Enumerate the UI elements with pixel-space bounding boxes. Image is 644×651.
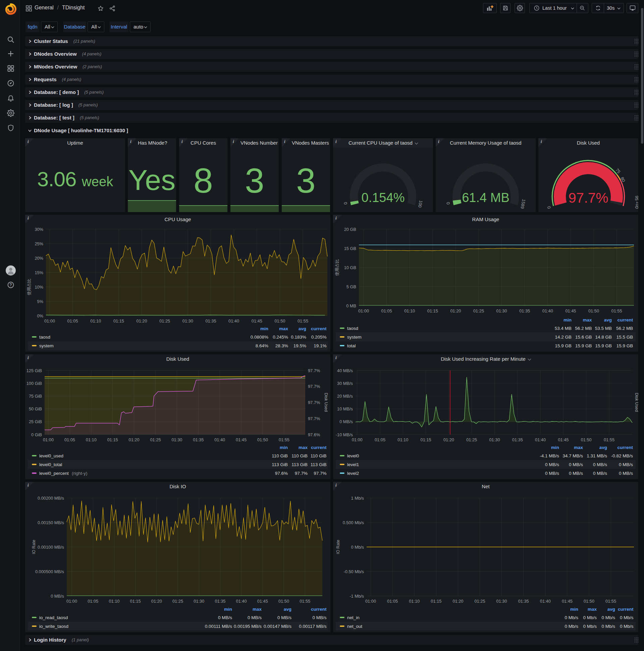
svg-text:20 MB/s: 20 MB/s bbox=[337, 394, 353, 399]
svg-text:01:55: 01:55 bbox=[279, 437, 289, 442]
svg-text:01:55: 01:55 bbox=[297, 318, 308, 323]
svg-text:113 GiB: 113 GiB bbox=[291, 462, 308, 467]
svg-text:0 MB/s: 0 MB/s bbox=[340, 419, 353, 424]
svg-text:1589: 1589 bbox=[520, 199, 526, 209]
svg-text:1.31 MB/s: 1.31 MB/s bbox=[587, 453, 607, 458]
svg-text:01:05: 01:05 bbox=[381, 308, 392, 313]
svg-text:0.00117 MB/s: 0.00117 MB/s bbox=[299, 624, 327, 629]
svg-text:01:50: 01:50 bbox=[257, 437, 268, 442]
svg-text:01:05: 01:05 bbox=[88, 599, 98, 604]
svg-text:01:35: 01:35 bbox=[193, 437, 203, 442]
svg-text:avg: avg bbox=[607, 607, 615, 612]
svg-text:current: current bbox=[311, 607, 327, 612]
svg-text:IO Rate: IO Rate bbox=[32, 539, 36, 554]
svg-text:avg: avg bbox=[284, 607, 291, 612]
svg-text:01:55: 01:55 bbox=[611, 308, 622, 313]
svg-text:level1: level1 bbox=[347, 462, 359, 467]
svg-text:net_in: net_in bbox=[347, 615, 360, 620]
svg-text:01:50: 01:50 bbox=[279, 599, 289, 604]
svg-text:0.00195 MB/s: 0.00195 MB/s bbox=[234, 624, 262, 629]
svg-text:0.0808%: 0.0808% bbox=[251, 335, 268, 340]
svg-text:01:00: 01:00 bbox=[358, 308, 369, 313]
svg-text:25 GiB: 25 GiB bbox=[29, 419, 42, 424]
svg-text:01:35: 01:35 bbox=[512, 437, 523, 442]
svg-text:0 MB/s: 0 MB/s bbox=[569, 471, 583, 476]
svg-text:15%: 15% bbox=[35, 270, 43, 275]
svg-text:0 MB/s: 0 MB/s bbox=[545, 462, 559, 467]
svg-text:-0.82 MB/s: -0.82 MB/s bbox=[611, 453, 633, 458]
svg-text:0 Mb/s: 0 Mb/s bbox=[583, 615, 597, 620]
svg-text:56.2 MB: 56.2 MB bbox=[616, 326, 633, 331]
svg-text:avg: avg bbox=[298, 326, 306, 331]
svg-text:01:30: 01:30 bbox=[194, 599, 204, 604]
svg-text:-0.50 Mb/s: -0.50 Mb/s bbox=[344, 569, 364, 574]
svg-text:01:00: 01:00 bbox=[352, 437, 362, 442]
svg-text:01:00: 01:00 bbox=[365, 599, 376, 604]
svg-text:15.9 GB: 15.9 GB bbox=[575, 343, 592, 348]
svg-text:-4.1 MB/s: -4.1 MB/s bbox=[540, 453, 559, 458]
svg-text:0 Mb/s: 0 Mb/s bbox=[620, 624, 634, 629]
svg-text:97.7%: 97.7% bbox=[314, 471, 326, 476]
svg-text:97.6%: 97.6% bbox=[308, 432, 320, 437]
svg-text:15.9 GB: 15.9 GB bbox=[616, 343, 633, 348]
svg-text:taosd: taosd bbox=[39, 335, 50, 340]
svg-text:97.7%: 97.7% bbox=[568, 190, 608, 206]
svg-text:5 GB: 5 GB bbox=[347, 284, 356, 289]
svg-text:0.245%: 0.245% bbox=[273, 335, 288, 340]
svg-text:0 MB/s: 0 MB/s bbox=[593, 462, 607, 467]
svg-text:01:10: 01:10 bbox=[86, 437, 97, 442]
svg-text:15.9 GB: 15.9 GB bbox=[555, 343, 572, 348]
svg-text:01:35: 01:35 bbox=[518, 599, 529, 604]
svg-text:使用占比: 使用占比 bbox=[27, 279, 32, 295]
svg-text:0 Mb/s: 0 Mb/s bbox=[620, 615, 634, 620]
svg-text:min: min bbox=[551, 445, 559, 450]
svg-text:01:35: 01:35 bbox=[215, 599, 225, 604]
svg-text:0.183%: 0.183% bbox=[291, 335, 306, 340]
svg-text:0: 0 bbox=[343, 202, 348, 205]
svg-text:0 MB/s: 0 MB/s bbox=[218, 615, 232, 620]
svg-text:01:10: 01:10 bbox=[409, 599, 420, 604]
svg-text:01:40: 01:40 bbox=[540, 599, 551, 604]
svg-text:01:05: 01:05 bbox=[387, 599, 398, 604]
svg-text:1 Mb/s: 1 Mb/s bbox=[351, 496, 364, 501]
svg-text:0.00147 MB/s: 0.00147 MB/s bbox=[264, 624, 292, 629]
svg-text:level0_used: level0_used bbox=[39, 453, 63, 458]
svg-text:01:15: 01:15 bbox=[427, 308, 438, 313]
svg-text:01:55: 01:55 bbox=[604, 437, 614, 442]
svg-text:0 MB/s: 0 MB/s bbox=[593, 471, 607, 476]
svg-text:01:40: 01:40 bbox=[214, 437, 225, 442]
svg-text:IO Rate: IO Rate bbox=[336, 539, 341, 554]
svg-text:01:40: 01:40 bbox=[228, 318, 239, 323]
svg-text:125 GiB: 125 GiB bbox=[27, 368, 42, 373]
svg-text:level0_total: level0_total bbox=[39, 462, 62, 467]
svg-text:max: max bbox=[588, 607, 597, 612]
svg-text:max: max bbox=[279, 326, 288, 331]
svg-text:01:25: 01:25 bbox=[159, 318, 170, 323]
svg-text:50 GiB: 50 GiB bbox=[29, 406, 42, 411]
svg-text:0 MB/s: 0 MB/s bbox=[312, 615, 326, 620]
svg-text:28.3%: 28.3% bbox=[276, 343, 288, 348]
svg-text:0.205%: 0.205% bbox=[311, 335, 327, 340]
svg-text:io_read_taosd: io_read_taosd bbox=[39, 615, 68, 620]
svg-text:01:40: 01:40 bbox=[236, 599, 247, 604]
svg-text:0 MB/s: 0 MB/s bbox=[51, 594, 64, 599]
svg-text:01:10: 01:10 bbox=[90, 318, 101, 323]
svg-text:97.7%: 97.7% bbox=[308, 384, 320, 389]
svg-text:0.00111 MB/s: 0.00111 MB/s bbox=[205, 624, 232, 629]
svg-text:110 GiB: 110 GiB bbox=[311, 453, 327, 458]
svg-text:max: max bbox=[574, 445, 583, 450]
svg-text:0 Mb/s: 0 Mb/s bbox=[602, 615, 615, 620]
svg-text:system: system bbox=[347, 335, 362, 340]
svg-text:14.8 GB: 14.8 GB bbox=[595, 335, 612, 340]
svg-text:01:55: 01:55 bbox=[605, 599, 616, 604]
svg-text:97.7%: 97.7% bbox=[308, 416, 320, 421]
svg-text:0 MB/s: 0 MB/s bbox=[545, 471, 559, 476]
svg-text:01:25: 01:25 bbox=[473, 308, 484, 313]
svg-text:-1 Mb/s: -1 Mb/s bbox=[350, 594, 364, 599]
svg-text:taosd: taosd bbox=[347, 326, 358, 331]
svg-text:01:30: 01:30 bbox=[496, 599, 507, 604]
svg-text:15 GB: 15 GB bbox=[344, 246, 356, 251]
svg-text:01:20: 01:20 bbox=[151, 599, 162, 604]
svg-text:0 MB/s: 0 MB/s bbox=[278, 615, 291, 620]
svg-text:01:15: 01:15 bbox=[431, 599, 442, 604]
